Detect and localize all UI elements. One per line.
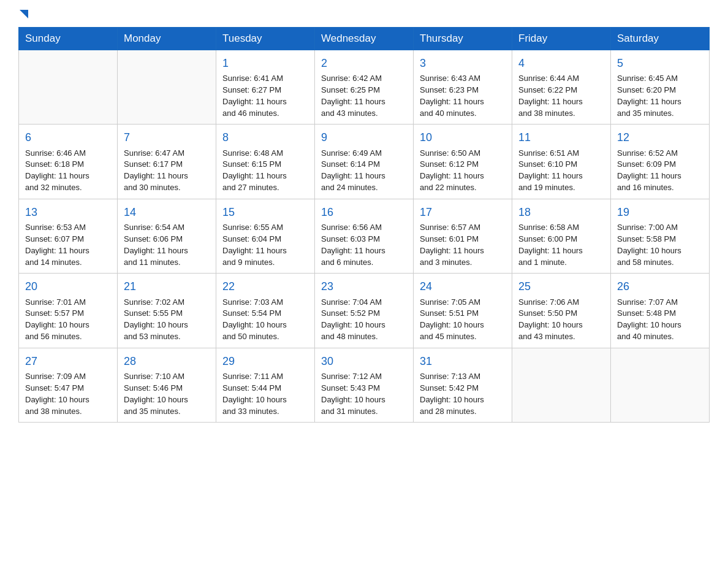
day-number: 25 xyxy=(518,278,604,294)
day-number: 1 xyxy=(222,55,308,71)
day-info: Sunrise: 6:46 AM Sunset: 6:18 PM Dayligh… xyxy=(25,148,111,194)
calendar-week-row: 6Sunrise: 6:46 AM Sunset: 6:18 PM Daylig… xyxy=(19,124,710,199)
calendar-day-cell xyxy=(19,50,118,124)
calendar-body: 1Sunrise: 6:41 AM Sunset: 6:27 PM Daylig… xyxy=(19,50,710,423)
day-number: 28 xyxy=(124,353,210,369)
day-number: 2 xyxy=(321,55,407,71)
calendar-day-cell xyxy=(512,348,611,422)
calendar-day-cell: 24Sunrise: 7:05 AM Sunset: 5:51 PM Dayli… xyxy=(414,274,512,348)
day-number: 29 xyxy=(222,353,308,369)
calendar-day-cell: 10Sunrise: 6:50 AM Sunset: 6:12 PM Dayli… xyxy=(414,124,512,199)
day-info: Sunrise: 6:45 AM Sunset: 6:20 PM Dayligh… xyxy=(617,73,703,119)
day-info: Sunrise: 6:53 AM Sunset: 6:07 PM Dayligh… xyxy=(25,222,111,268)
logo xyxy=(18,12,37,21)
day-number: 30 xyxy=(321,353,407,369)
calendar-day-cell: 6Sunrise: 6:46 AM Sunset: 6:18 PM Daylig… xyxy=(19,124,118,199)
calendar-day-cell: 3Sunrise: 6:43 AM Sunset: 6:23 PM Daylig… xyxy=(414,50,512,124)
calendar-day-cell: 26Sunrise: 7:07 AM Sunset: 5:48 PM Dayli… xyxy=(611,274,710,348)
day-number: 17 xyxy=(420,204,506,220)
day-info: Sunrise: 6:52 AM Sunset: 6:09 PM Dayligh… xyxy=(617,148,703,194)
calendar-day-cell: 28Sunrise: 7:10 AM Sunset: 5:46 PM Dayli… xyxy=(118,348,216,422)
day-number: 10 xyxy=(420,129,506,145)
weekday-header-friday: Friday xyxy=(512,28,611,50)
calendar-day-cell: 23Sunrise: 7:04 AM Sunset: 5:52 PM Dayli… xyxy=(315,274,414,348)
day-number: 4 xyxy=(518,55,604,71)
calendar-day-cell: 30Sunrise: 7:12 AM Sunset: 5:43 PM Dayli… xyxy=(315,348,414,422)
weekday-header-sunday: Sunday xyxy=(19,28,118,50)
day-info: Sunrise: 6:44 AM Sunset: 6:22 PM Dayligh… xyxy=(518,73,604,119)
calendar-day-cell: 9Sunrise: 6:49 AM Sunset: 6:14 PM Daylig… xyxy=(315,124,414,199)
calendar-day-cell: 31Sunrise: 7:13 AM Sunset: 5:42 PM Dayli… xyxy=(414,348,512,422)
calendar-day-cell xyxy=(611,348,710,422)
day-number: 22 xyxy=(222,278,308,294)
calendar-table: SundayMondayTuesdayWednesdayThursdayFrid… xyxy=(18,27,710,423)
day-info: Sunrise: 6:43 AM Sunset: 6:23 PM Dayligh… xyxy=(420,73,506,119)
day-number: 3 xyxy=(420,55,506,71)
weekday-header-saturday: Saturday xyxy=(611,28,710,50)
day-number: 8 xyxy=(222,129,308,145)
day-number: 15 xyxy=(222,204,308,220)
logo-arrow-icon xyxy=(20,10,28,18)
day-info: Sunrise: 7:02 AM Sunset: 5:55 PM Dayligh… xyxy=(124,297,210,343)
day-info: Sunrise: 7:13 AM Sunset: 5:42 PM Dayligh… xyxy=(420,371,506,417)
calendar-header: SundayMondayTuesdayWednesdayThursdayFrid… xyxy=(19,28,710,50)
calendar-day-cell: 2Sunrise: 6:42 AM Sunset: 6:25 PM Daylig… xyxy=(315,50,414,124)
calendar-day-cell: 7Sunrise: 6:47 AM Sunset: 6:17 PM Daylig… xyxy=(118,124,216,199)
day-number: 26 xyxy=(617,278,703,294)
calendar-day-cell xyxy=(118,50,216,124)
calendar-day-cell: 20Sunrise: 7:01 AM Sunset: 5:57 PM Dayli… xyxy=(19,274,118,348)
day-number: 20 xyxy=(25,278,111,294)
day-info: Sunrise: 6:56 AM Sunset: 6:03 PM Dayligh… xyxy=(321,222,407,268)
day-number: 31 xyxy=(420,353,506,369)
day-info: Sunrise: 7:12 AM Sunset: 5:43 PM Dayligh… xyxy=(321,371,407,417)
calendar-day-cell: 21Sunrise: 7:02 AM Sunset: 5:55 PM Dayli… xyxy=(118,274,216,348)
day-number: 19 xyxy=(617,204,703,220)
weekday-header-tuesday: Tuesday xyxy=(216,28,315,50)
day-info: Sunrise: 6:41 AM Sunset: 6:27 PM Dayligh… xyxy=(222,73,308,119)
day-number: 14 xyxy=(124,204,210,220)
day-info: Sunrise: 7:04 AM Sunset: 5:52 PM Dayligh… xyxy=(321,297,407,343)
day-number: 27 xyxy=(25,353,111,369)
calendar-day-cell: 12Sunrise: 6:52 AM Sunset: 6:09 PM Dayli… xyxy=(611,124,710,199)
day-number: 6 xyxy=(25,129,111,145)
calendar-day-cell: 27Sunrise: 7:09 AM Sunset: 5:47 PM Dayli… xyxy=(19,348,118,422)
calendar-week-row: 13Sunrise: 6:53 AM Sunset: 6:07 PM Dayli… xyxy=(19,199,710,273)
calendar-day-cell: 18Sunrise: 6:58 AM Sunset: 6:00 PM Dayli… xyxy=(512,199,611,273)
calendar-week-row: 27Sunrise: 7:09 AM Sunset: 5:47 PM Dayli… xyxy=(19,348,710,422)
day-number: 12 xyxy=(617,129,703,145)
day-info: Sunrise: 6:58 AM Sunset: 6:00 PM Dayligh… xyxy=(518,222,604,268)
day-info: Sunrise: 7:05 AM Sunset: 5:51 PM Dayligh… xyxy=(420,297,506,343)
day-info: Sunrise: 7:03 AM Sunset: 5:54 PM Dayligh… xyxy=(222,297,308,343)
day-number: 18 xyxy=(518,204,604,220)
day-info: Sunrise: 6:42 AM Sunset: 6:25 PM Dayligh… xyxy=(321,73,407,119)
calendar-day-cell: 25Sunrise: 7:06 AM Sunset: 5:50 PM Dayli… xyxy=(512,274,611,348)
day-info: Sunrise: 6:49 AM Sunset: 6:14 PM Dayligh… xyxy=(321,148,407,194)
day-number: 9 xyxy=(321,129,407,145)
day-number: 21 xyxy=(124,278,210,294)
weekday-header-monday: Monday xyxy=(118,28,216,50)
calendar-day-cell: 15Sunrise: 6:55 AM Sunset: 6:04 PM Dayli… xyxy=(216,199,315,273)
calendar-day-cell: 5Sunrise: 6:45 AM Sunset: 6:20 PM Daylig… xyxy=(611,50,710,124)
page-header xyxy=(18,12,710,21)
day-number: 23 xyxy=(321,278,407,294)
day-number: 13 xyxy=(25,204,111,220)
day-info: Sunrise: 7:11 AM Sunset: 5:44 PM Dayligh… xyxy=(222,371,308,417)
calendar-day-cell: 29Sunrise: 7:11 AM Sunset: 5:44 PM Dayli… xyxy=(216,348,315,422)
day-info: Sunrise: 7:01 AM Sunset: 5:57 PM Dayligh… xyxy=(25,297,111,343)
day-info: Sunrise: 7:07 AM Sunset: 5:48 PM Dayligh… xyxy=(617,297,703,343)
day-info: Sunrise: 6:50 AM Sunset: 6:12 PM Dayligh… xyxy=(420,148,506,194)
day-number: 11 xyxy=(518,129,604,145)
day-number: 16 xyxy=(321,204,407,220)
day-info: Sunrise: 6:54 AM Sunset: 6:06 PM Dayligh… xyxy=(124,222,210,268)
calendar-day-cell: 16Sunrise: 6:56 AM Sunset: 6:03 PM Dayli… xyxy=(315,199,414,273)
day-info: Sunrise: 6:55 AM Sunset: 6:04 PM Dayligh… xyxy=(222,222,308,268)
calendar-week-row: 1Sunrise: 6:41 AM Sunset: 6:27 PM Daylig… xyxy=(19,50,710,124)
calendar-day-cell: 19Sunrise: 7:00 AM Sunset: 5:58 PM Dayli… xyxy=(611,199,710,273)
calendar-day-cell: 17Sunrise: 6:57 AM Sunset: 6:01 PM Dayli… xyxy=(414,199,512,273)
day-number: 7 xyxy=(124,129,210,145)
calendar-day-cell: 22Sunrise: 7:03 AM Sunset: 5:54 PM Dayli… xyxy=(216,274,315,348)
weekday-header-wednesday: Wednesday xyxy=(315,28,414,50)
calendar-day-cell: 1Sunrise: 6:41 AM Sunset: 6:27 PM Daylig… xyxy=(216,50,315,124)
day-info: Sunrise: 6:57 AM Sunset: 6:01 PM Dayligh… xyxy=(420,222,506,268)
calendar-day-cell: 14Sunrise: 6:54 AM Sunset: 6:06 PM Dayli… xyxy=(118,199,216,273)
